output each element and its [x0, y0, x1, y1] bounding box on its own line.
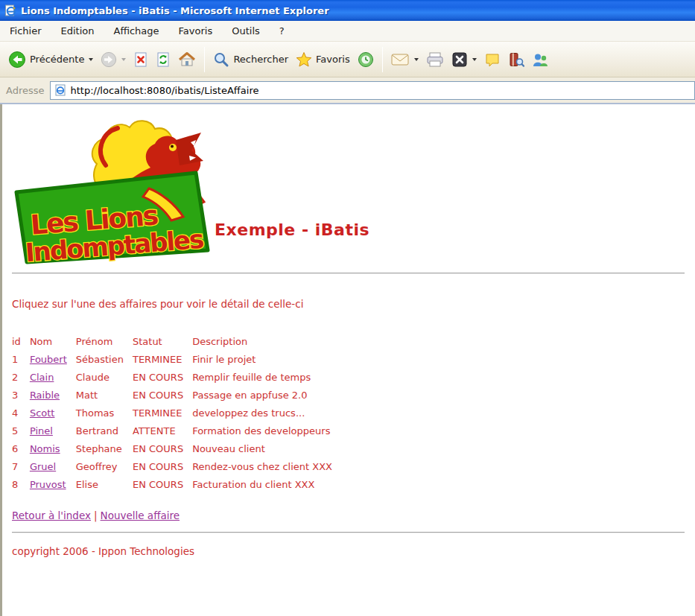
table-row: 3RaibleMattEN COURSPassage en appfuse 2.… — [12, 386, 341, 404]
menu-bar: FichierEditionAffichageFavorisOutils? — [0, 21, 695, 42]
link-separator: | — [94, 509, 98, 521]
mail-button[interactable] — [387, 51, 422, 69]
back-dropdown-icon[interactable] — [89, 58, 93, 61]
cell-statut: EN COURS — [133, 457, 192, 475]
cell-prenom: Stephane — [76, 439, 133, 457]
discuss-button[interactable] — [480, 49, 504, 70]
cell-statut: EN COURS — [133, 439, 192, 457]
cell-description: Formation des developpeurs — [192, 422, 341, 439]
print-icon — [426, 51, 444, 68]
affaire-link[interactable]: Gruel — [30, 461, 56, 472]
header-description: Description — [192, 332, 341, 350]
forward-dropdown-icon[interactable] — [121, 58, 126, 61]
page-content: Les Lions Indomptables Exemple - iBatis … — [0, 104, 695, 616]
messenger-button[interactable] — [528, 49, 552, 70]
refresh-button[interactable] — [152, 49, 174, 70]
cell-prenom: Claude — [76, 368, 133, 386]
print-button[interactable] — [422, 49, 448, 70]
messenger-icon — [532, 51, 548, 68]
cell-statut: EN COURS — [133, 368, 192, 386]
lions-indomptables-logo: Les Lions Indomptables — [12, 119, 215, 264]
instruction-text: Cliquez sur l'une des affaires pour voir… — [12, 298, 686, 310]
cell-id: 3 — [12, 386, 30, 404]
header-statut: Statut — [133, 332, 192, 350]
back-to-index-link[interactable]: Retour à l'index — [12, 509, 91, 521]
table-row: 5PinelBertrandATTENTEFormation des devel… — [12, 422, 341, 439]
toolbar-separator — [204, 47, 205, 72]
cell-id: 7 — [12, 457, 30, 475]
affaire-link[interactable]: Clain — [30, 372, 54, 383]
cell-nom: Scott — [30, 404, 76, 422]
favorites-button[interactable]: Favoris — [292, 49, 354, 70]
research-button[interactable] — [504, 49, 528, 70]
stop-button[interactable] — [130, 49, 152, 70]
cell-statut: ATTENTE — [133, 422, 192, 439]
cell-id: 4 — [12, 404, 30, 422]
affaire-link[interactable]: Pruvost — [30, 479, 66, 490]
cell-statut: TERMINEE — [133, 404, 192, 422]
table-row: 6NomisStephaneEN COURSNouveau client — [12, 439, 341, 457]
cell-description: developpez des trucs... — [192, 404, 341, 422]
cell-prenom: Sébastien — [76, 350, 133, 368]
cell-description: Nouveau client — [192, 439, 341, 457]
affaires-table: id Nom Prénom Statut Description 1Fouber… — [12, 332, 341, 493]
menu-item-edition[interactable]: Edition — [61, 25, 95, 36]
cell-nom: Pinel — [30, 422, 76, 439]
browser-window: Lions Indomptables - iBatis - Microsoft … — [0, 0, 695, 616]
menu-item-favoris[interactable]: Favoris — [179, 25, 213, 36]
home-button[interactable] — [174, 49, 200, 70]
footer-links: Retour à l'index|Nouvelle affaire — [12, 509, 686, 521]
menu-item-[interactable]: ? — [279, 25, 285, 36]
affaire-link[interactable]: Pinel — [30, 425, 53, 436]
page-title: Exemple - iBatis — [215, 220, 369, 239]
research-icon — [508, 51, 524, 68]
address-bar: Adresse http://localhost:8080/ibatis/Lis… — [0, 77, 695, 104]
menu-item-fichier[interactable]: Fichier — [10, 25, 42, 36]
menu-item-outils[interactable]: Outils — [232, 25, 260, 36]
cell-id: 1 — [12, 350, 30, 368]
toolbar-separator — [382, 47, 383, 72]
ie-logo-icon — [4, 4, 16, 16]
cell-nom: Raible — [30, 386, 76, 404]
cell-nom: Pruvost — [30, 475, 76, 493]
mail-dropdown-icon[interactable] — [414, 58, 419, 61]
history-icon — [358, 51, 374, 68]
address-label: Adresse — [6, 85, 45, 96]
favorites-button-label: Favoris — [316, 54, 350, 65]
cell-description: Rendez-vous chez client XXX — [192, 457, 341, 475]
cell-nom: Foubert — [30, 350, 76, 368]
search-icon — [213, 51, 229, 68]
new-affaire-link[interactable]: Nouvelle affaire — [101, 509, 180, 521]
copyright-text: copyright 2006 - Ippon Technologies — [12, 545, 686, 557]
address-input[interactable]: http://localhost:8080/ibatis/ListeAffair… — [50, 81, 695, 100]
affaire-link[interactable]: Nomis — [30, 443, 60, 454]
home-icon — [178, 51, 196, 68]
cell-statut: TERMINEE — [133, 350, 192, 368]
table-row: 4ScottThomasTERMINEEdeveloppez des trucs… — [12, 404, 341, 422]
edit-button[interactable] — [448, 49, 480, 70]
cell-description: Facturation du client XXX — [192, 475, 341, 493]
table-row: 8PruvostEliseEN COURSFacturation du clie… — [12, 475, 341, 493]
affaire-link[interactable]: Foubert — [30, 354, 67, 365]
cell-id: 6 — [12, 439, 30, 457]
header-nom: Nom — [30, 332, 76, 350]
search-button[interactable]: Rechercher — [209, 49, 292, 70]
table-row: 1FoubertSébastienTERMINEEFinir le projet — [12, 350, 341, 368]
history-button[interactable] — [354, 49, 378, 70]
menu-item-affichage[interactable]: Affichage — [113, 25, 159, 36]
cell-statut: EN COURS — [133, 386, 192, 404]
back-button-label: Précédente — [30, 54, 84, 65]
edit-dropdown-icon[interactable] — [472, 58, 477, 61]
page-header: Les Lions Indomptables Exemple - iBatis — [12, 116, 686, 262]
forward-button[interactable] — [97, 49, 130, 70]
standard-toolbar: Précédente — [0, 42, 695, 77]
header-prenom: Prénom — [76, 332, 133, 350]
table-header-row: id Nom Prénom Statut Description — [12, 332, 341, 350]
address-url-text: http://localhost:8080/ibatis/ListeAffair… — [71, 85, 259, 96]
affaire-link[interactable]: Scott — [30, 407, 55, 419]
divider — [12, 273, 685, 274]
cell-statut: EN COURS — [133, 475, 192, 493]
stop-icon — [133, 51, 148, 68]
affaire-link[interactable]: Raible — [30, 390, 60, 401]
back-button[interactable]: Précédente — [4, 48, 97, 71]
